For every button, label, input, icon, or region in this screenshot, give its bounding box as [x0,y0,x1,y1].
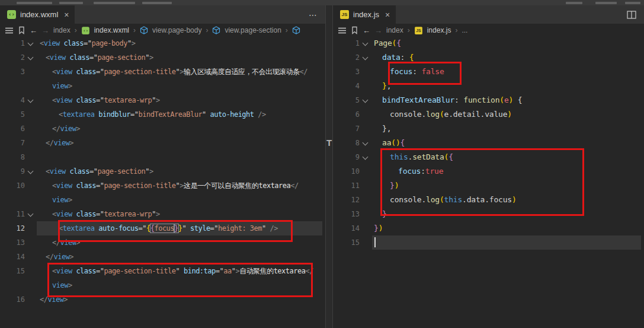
breadcrumb-symbol[interactable]: view.page-section [225,26,281,34]
code-line[interactable]: 8 [0,150,325,164]
back-arrow-icon[interactable]: ← [30,26,37,35]
line-number[interactable]: 13 [0,235,25,250]
bookmark-icon[interactable] [351,26,358,34]
code-line[interactable]: 6console.log(e.detail.value) [333,107,644,122]
code-line[interactable]: view> [0,193,325,207]
code-line[interactable]: 5bindTextAreaBlur: function(e) { [333,93,644,107]
code-line[interactable]: 16</view> [0,292,325,307]
code-line[interactable]: 14}) [333,221,644,235]
line-number[interactable] [0,193,25,207]
fold-chevron-icon[interactable] [28,40,34,46]
breadcrumb-folder[interactable]: index [53,26,71,34]
line-number[interactable]: 10 [0,179,25,193]
code-line[interactable]: 15 [333,235,644,250]
code-line[interactable]: 1<view class="page-body"> [0,36,325,50]
fold-chevron-icon[interactable] [28,168,34,174]
line-number[interactable]: 9 [0,164,25,179]
forward-arrow-icon[interactable]: → [41,26,49,35]
line-number[interactable]: 14 [333,221,360,235]
code-line[interactable]: 14</view> [0,250,325,264]
line-number[interactable]: 8 [0,150,25,164]
code-line[interactable]: 11<view class="textarea-wrp"> [0,207,325,221]
code-line[interactable]: 10focus:true [333,164,644,179]
line-number[interactable]: 16 [0,292,25,307]
code-line[interactable]: 10<view class="page-section-title">这是一个可… [0,179,325,193]
code-line[interactable]: 4}, [333,79,644,93]
breadcrumb-folder[interactable]: index [386,26,403,34]
tab-index-wxml[interactable]: ‹› index.wxml × [0,5,75,24]
line-number[interactable]: 9 [333,150,360,164]
bookmark-icon[interactable] [18,26,25,34]
line-number[interactable]: 6 [333,107,360,122]
fold-chevron-icon[interactable] [28,211,34,217]
line-number[interactable]: 10 [333,164,360,179]
code-line[interactable]: 3focus: false [333,65,644,79]
breadcrumb-more[interactable]: ... [462,26,467,34]
code-line[interactable]: 7}, [333,122,644,136]
breadcrumb-symbol[interactable]: view.page-body [152,26,201,34]
line-number[interactable]: 5 [333,93,360,107]
line-number[interactable]: 7 [333,122,360,136]
line-number[interactable]: 1 [0,36,25,50]
close-icon[interactable]: × [385,10,390,20]
line-number[interactable]: 13 [333,207,360,221]
code-line[interactable]: 11}) [333,179,644,193]
fold-chevron-icon[interactable] [28,97,34,103]
tab-index-js[interactable]: JS index.js × [333,5,396,24]
code-line[interactable]: view> [0,79,325,93]
code-line[interactable]: 1Page({ [333,36,644,50]
code-line[interactable]: 9<view class="page-section"> [0,164,325,179]
line-number[interactable] [0,79,25,93]
code-line[interactable]: 12<textarea auto-focus="{{focus}}" style… [0,221,325,235]
line-number[interactable]: 7 [0,136,25,150]
breadcrumb-file[interactable]: index.wxml [94,26,129,34]
line-number[interactable]: 11 [333,179,360,193]
line-number[interactable]: 12 [0,221,25,235]
line-number[interactable]: 6 [0,122,25,136]
code-line[interactable]: 5<textarea bindblur="bindTextAreaBlur" a… [0,107,325,122]
line-number[interactable]: 2 [333,50,360,65]
line-number[interactable]: 3 [0,65,25,79]
fold-chevron-icon[interactable] [363,40,369,46]
code-line[interactable]: 2data: { [333,50,644,65]
line-number[interactable]: 11 [0,207,25,221]
line-number[interactable]: 8 [333,136,360,150]
breadcrumb-file[interactable]: index.js [427,26,451,34]
back-arrow-icon[interactable]: ← [363,26,370,35]
line-number[interactable]: 4 [333,79,360,93]
pane-divider[interactable]: T [325,5,333,328]
fold-chevron-icon[interactable] [28,55,34,60]
line-number[interactable]: 2 [0,50,25,65]
line-number[interactable]: 3 [333,65,360,79]
code-line[interactable]: 13</view> [0,235,325,250]
code-line[interactable]: 4<view class="textarea-wrp"> [0,93,325,107]
code-line[interactable]: 3<view class="page-section-title">输入区域高度… [0,65,325,79]
line-number[interactable]: 15 [333,235,360,250]
fold-chevron-icon[interactable] [363,55,369,60]
outline-list-icon[interactable] [5,27,14,34]
code-line[interactable]: 2<view class="page-section"> [0,50,325,65]
fold-chevron-icon[interactable] [363,97,369,103]
line-number[interactable]: 14 [0,250,25,264]
line-number[interactable]: 12 [333,193,360,207]
code-line[interactable]: 8aa(){ [333,136,644,150]
line-number[interactable] [0,278,25,292]
code-line[interactable]: 7</view> [0,136,325,150]
outline-list-icon[interactable] [338,27,347,34]
line-number[interactable]: 4 [0,93,25,107]
more-actions-icon[interactable]: ⋯ [309,10,318,20]
forward-arrow-icon[interactable]: → [374,26,382,35]
fold-chevron-icon[interactable] [363,154,369,160]
code-line[interactable]: 9this.setData({ [333,150,644,164]
code-line[interactable]: 13} [333,207,644,221]
code-line[interactable]: 6</view> [0,122,325,136]
code-line[interactable]: view> [0,278,325,292]
line-number[interactable]: 1 [333,36,360,50]
close-icon[interactable]: × [64,10,69,20]
line-number[interactable]: 15 [0,264,25,278]
fold-chevron-icon[interactable] [363,140,369,146]
line-number[interactable]: 5 [0,107,25,122]
code-line[interactable]: 12console.log(this.data.focus) [333,193,644,207]
split-editor-icon[interactable] [627,11,636,19]
code-line[interactable]: 15<view class="page-section-title" bind:… [0,264,325,278]
